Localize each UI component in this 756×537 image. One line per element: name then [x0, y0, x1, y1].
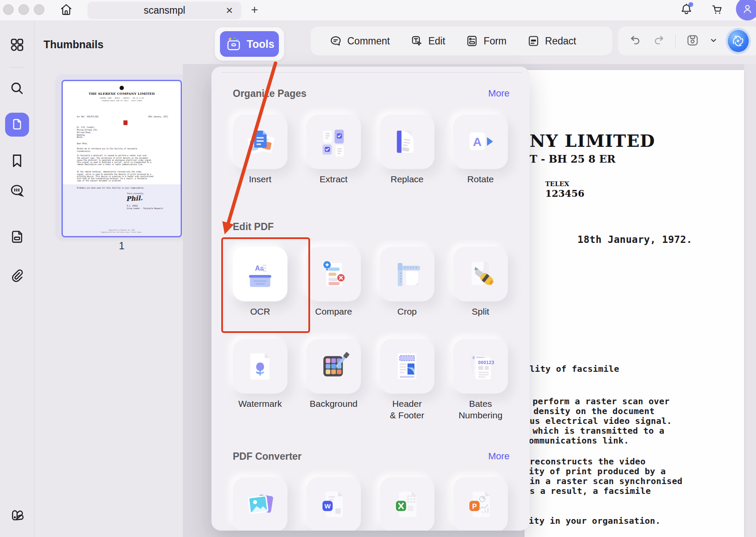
mode-label: Redact — [545, 35, 576, 47]
doc-date: 18th January, 1972. — [577, 234, 692, 245]
document-gutter — [744, 64, 756, 537]
tool-replace-button[interactable] — [380, 114, 434, 169]
svg-text:000123: 000123 — [478, 360, 495, 365]
ai-assistant-button[interactable] — [728, 30, 749, 52]
tool-cell-replace: Replace — [380, 114, 434, 197]
tool-cell-extract: Extract — [306, 114, 361, 197]
sidebar-divider — [9, 67, 25, 67]
tool-extract-button[interactable] — [306, 114, 361, 169]
tool-label: Extract — [306, 173, 361, 197]
svg-text:A: A — [473, 135, 481, 149]
tool-label: Crop — [380, 306, 434, 330]
redact-icon — [527, 35, 540, 47]
window-zoom-button[interactable] — [34, 4, 44, 15]
pdf-converter-more-link[interactable]: More — [488, 451, 510, 462]
doc-body-line: us electrical video signal. — [530, 416, 672, 426]
page-thumbnail[interactable]: THE SLEREXE COMPANY LIMITEDSAPORS LANE -… — [57, 75, 187, 237]
swatches-icon[interactable] — [9, 506, 26, 523]
bates-tool-icon: 000123 — [464, 350, 497, 383]
tool-insert-button[interactable] — [233, 114, 287, 169]
attachment-icon[interactable] — [9, 268, 26, 285]
notification-badge — [689, 2, 693, 7]
tool-header-footer-button[interactable] — [380, 339, 434, 394]
comments-icon[interactable] — [9, 183, 26, 200]
thumbnails-panel-title: Thumbnails — [44, 38, 103, 51]
ai-sparkle-icon — [730, 33, 746, 49]
toolbox-icon — [225, 36, 243, 52]
save-options-button[interactable] — [709, 36, 718, 46]
form-fields-icon[interactable] — [9, 228, 26, 245]
redo-button[interactable] — [652, 34, 665, 48]
tool-background-button[interactable] — [306, 339, 361, 394]
split-tool-icon — [464, 257, 497, 291]
doc-telex-label: TELEX — [545, 180, 569, 188]
window-minimize-button[interactable] — [18, 4, 29, 15]
doc-body-line: ity in your organisation. — [529, 516, 661, 526]
tool-split-button[interactable] — [453, 247, 508, 301]
search-icon[interactable] — [9, 80, 26, 97]
tool-bates-numbering-button[interactable]: 000123 — [453, 339, 508, 394]
sidebar-item-thumbnails-active[interactable] — [5, 113, 29, 137]
mode-button-redact[interactable]: Redact — [527, 35, 576, 47]
tab-close-icon[interactable]: ✕ — [224, 6, 234, 16]
bookmark-icon[interactable] — [9, 152, 26, 169]
tool-cell-watermark: Watermark — [233, 339, 287, 422]
mode-button-edit[interactable]: Edit — [410, 35, 445, 47]
tool-image-button[interactable] — [233, 477, 287, 531]
home-button[interactable] — [58, 2, 74, 18]
notifications-button[interactable] — [678, 2, 694, 18]
document-tab[interactable]: scansmpl ✕ — [88, 2, 241, 19]
page-icon — [10, 117, 24, 132]
toolbar-divider — [675, 35, 676, 47]
rotate-tool-icon: A — [464, 125, 497, 158]
tool-cell-excel — [380, 477, 434, 531]
new-tab-button[interactable]: + — [248, 3, 261, 17]
ocr-highlight-rectangle — [221, 237, 310, 333]
tool-excel-button[interactable] — [380, 477, 434, 531]
tool-cell-rotate: ARotate — [453, 114, 508, 197]
app-grid-icon[interactable] — [9, 36, 26, 53]
tool-label: Background — [306, 398, 361, 422]
tool-compare-button[interactable] — [306, 247, 361, 301]
replace-tool-icon — [390, 125, 424, 158]
tool-cell-word: W — [306, 477, 361, 531]
save-button[interactable] — [686, 34, 699, 49]
excel-tool-icon — [390, 488, 424, 521]
account-avatar[interactable] — [736, 0, 756, 20]
mode-button-form[interactable]: Form — [466, 35, 507, 47]
tool-cell-header-footer: Header& Footer — [380, 339, 434, 422]
doc-body-line: ommunications link. — [529, 435, 629, 446]
store-cart-button[interactable] — [709, 2, 726, 18]
tool-rotate-button[interactable]: A — [453, 114, 508, 169]
mode-label: Comment — [347, 35, 390, 47]
doc-body-line: reconstructs the video — [530, 456, 646, 467]
title-bar: scansmpl ✕ + — [0, 0, 756, 21]
window-close-button[interactable] — [3, 4, 14, 15]
edit-icon — [410, 35, 423, 47]
tool-watermark-button[interactable] — [233, 339, 287, 394]
tool-crop-button[interactable] — [380, 247, 434, 301]
tool-cell-ppt: P — [453, 477, 508, 531]
redo-icon — [652, 34, 665, 47]
doc-body-line: perform a raster scan over — [533, 396, 670, 406]
svg-text:W: W — [325, 502, 331, 510]
tools-button-wrap: Tools — [215, 27, 284, 61]
undo-button[interactable] — [629, 34, 642, 48]
tool-ppt-button[interactable]: P — [453, 477, 508, 531]
tool-cell-split: Split — [453, 247, 508, 330]
tools-button-label: Tools — [247, 38, 275, 50]
image-tool-icon — [243, 488, 277, 521]
tools-button[interactable]: Tools — [220, 31, 279, 57]
tool-word-button[interactable]: W — [306, 477, 361, 531]
organize-pages-more-link[interactable]: More — [488, 88, 510, 99]
undo-icon — [629, 34, 642, 47]
headerfooter-tool-icon — [390, 350, 424, 383]
home-icon — [59, 3, 73, 17]
save-icon — [686, 34, 699, 47]
thumbnail-page-number: 1 — [57, 240, 187, 252]
tool-cell-bates-numbering: 000123BatesNumbering — [453, 339, 508, 422]
doc-body-line: ity of print produced by a — [529, 466, 666, 476]
comment-icon — [329, 35, 342, 47]
mode-button-comment[interactable]: Comment — [329, 35, 390, 47]
chevron-down-icon — [709, 36, 718, 44]
